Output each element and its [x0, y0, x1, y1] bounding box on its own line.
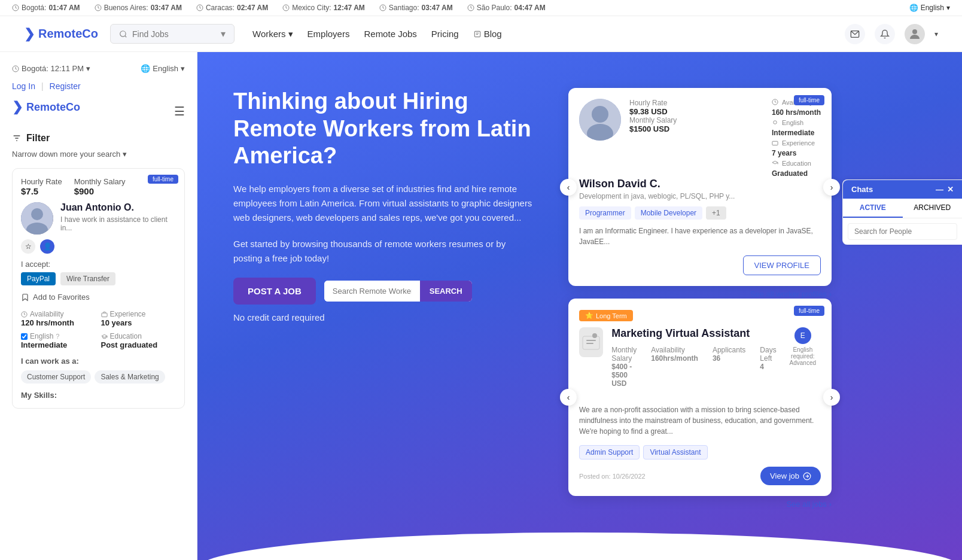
profile-monthly-label: Monthly Salary [629, 116, 677, 124]
topbar-language[interactable]: 🌐 English ▾ [909, 4, 950, 12]
hero-search-button[interactable]: SEARCH [420, 281, 472, 302]
view-job-button[interactable]: View job [760, 467, 821, 485]
city-mexico: Mexico City: 12:47 AM [282, 4, 365, 12]
worker-profile-card: full-time [568, 88, 832, 286]
hamburger-menu[interactable]: ☰ [174, 104, 185, 118]
profile-exp-label: Experience [782, 139, 815, 147]
chat-tabs: ACTIVE ARCHIVED [843, 199, 962, 218]
svg-rect-30 [586, 343, 593, 344]
nav-links: Workers ▾ Employers Remote Jobs Pricing … [252, 29, 502, 39]
chat-close-button[interactable]: ✕ [947, 185, 954, 194]
job-footer: Posted on: 10/26/2022 View job [579, 467, 821, 485]
svg-point-23 [592, 106, 608, 123]
availability-meta: Availability 120 hrs/month [21, 310, 96, 327]
job-tags: Admin Support Virtual Assistant [579, 445, 821, 459]
main-layout: Bogotá: 12:11 PM ▾ 🌐 English ▾ Log In | … [0, 52, 962, 560]
profile-card-prev[interactable]: ‹ [560, 179, 577, 196]
svg-point-26 [774, 121, 777, 124]
worker-meta: Availability 120 hrs/month Experience 10… [21, 310, 176, 349]
profile-info: Hourly Rate $9.38 USD Monthly Salary $15… [629, 99, 763, 178]
profile-exp-value: 7 years [772, 149, 821, 157]
add-favorites-label: Add to Favorites [33, 293, 90, 302]
sidebar-login[interactable]: Log In [12, 81, 35, 91]
city-bogota: Bogotá: 01:47 AM [12, 4, 80, 12]
nav-logo[interactable]: ❯ RemoteCo [24, 26, 98, 42]
see-all-jobs-label: See all jobs [786, 500, 826, 509]
availability-label: Availability [21, 310, 96, 318]
worker-icon-2: 👤 [40, 239, 54, 254]
sidebar-logo[interactable]: ❯ RemoteCo [12, 99, 80, 115]
profile-card-next[interactable]: › [823, 179, 840, 196]
chat-tab-active[interactable]: ACTIVE [843, 199, 903, 218]
chat-header: Chats — ✕ [843, 180, 962, 199]
worker-name: Juan Antonio O. [60, 202, 176, 213]
job-card-top: Marketing Virtual Assistant Monthly Sala… [579, 327, 821, 396]
job-avail-value: 160hrs/month [651, 354, 698, 363]
availability-value: 120 hrs/month [21, 318, 96, 327]
sidebar-language[interactable]: 🌐 English ▾ [141, 64, 185, 73]
nav-employers[interactable]: Employers [308, 29, 350, 39]
sidebar-time-chevron: ▾ [86, 64, 90, 73]
see-all-profiles[interactable]: See all worker profiles › [568, 290, 832, 299]
see-all-profiles-label: See all worker profiles [750, 290, 827, 299]
worker-hourly-rate: Hourly Rate $7.5 [21, 177, 62, 196]
nav-search-bar[interactable]: ▾ [110, 24, 235, 44]
sidebar-register[interactable]: Register [50, 81, 81, 91]
english-meta: English ? Intermediate [21, 332, 96, 349]
payment-tags: PayPal Wire Transfer [21, 272, 176, 285]
work-roles: Customer Support Sales & Marketing [21, 370, 176, 384]
job-days-label: Days Left [760, 346, 776, 363]
job-icon [579, 327, 603, 357]
user-avatar[interactable] [905, 24, 925, 44]
job-card-prev[interactable]: ‹ [560, 389, 577, 406]
nav-pricing[interactable]: Pricing [431, 29, 459, 39]
worker-hourly-label: Hourly Rate [21, 177, 62, 186]
sidebar-time-value: Bogotá: 12:11 PM [22, 64, 84, 73]
job-card-next[interactable]: › [823, 389, 840, 406]
long-term-label: Long Term [596, 312, 627, 319]
worker-avatar [21, 202, 53, 235]
nav-workers[interactable]: Workers ▾ [252, 29, 293, 39]
hero-title: Thinking about Hiring Remote Workers fro… [233, 88, 532, 170]
bookmark-icon [21, 293, 29, 302]
see-all-jobs-arrow: › [829, 500, 832, 509]
sidebar-lang-chevron: ▾ [181, 64, 185, 73]
nav-search-input[interactable] [132, 29, 216, 39]
profile-hourly-rate: Hourly Rate $9.38 USD Monthly Salary $15… [629, 99, 677, 133]
sidebar-language-label: English [153, 64, 178, 73]
experience-label: Experience [101, 310, 176, 318]
chat-tab-archived[interactable]: ARCHIVED [903, 199, 963, 218]
job-card: full-time ⭐ Long Term Marketing Virtual … [568, 299, 832, 496]
chat-search-input[interactable] [848, 223, 957, 240]
filter-icon [12, 133, 22, 143]
view-profile-button[interactable]: VIEW PROFILE [743, 255, 821, 275]
worker-salary-value: $900 [74, 186, 126, 196]
city-buenos-aires: Buenos Aires: 03:47 AM [95, 4, 182, 12]
profile-name: Wilson David C. [579, 178, 821, 190]
chat-minimize-button[interactable]: — [936, 185, 943, 194]
job-posted-date: Posted on: 10/26/2022 [579, 473, 646, 480]
mail-icon-button[interactable] [845, 24, 865, 44]
notification-bell-button[interactable] [875, 24, 895, 44]
sidebar-logo-icon: ❯ [12, 99, 23, 115]
nav-remote-jobs[interactable]: Remote Jobs [364, 29, 416, 39]
profile-bio: I am an Informatic Engineer. I have expe… [579, 226, 821, 247]
profile-role: Development in java, weblogic, PL/SQL, P… [579, 192, 821, 200]
see-all-jobs[interactable]: See all jobs › [568, 500, 832, 509]
nav-right: ▾ [845, 24, 938, 44]
long-term-badge: ⭐ Long Term [579, 310, 633, 321]
job-applicants-label: Applicants [713, 346, 745, 354]
wire-transfer-tag: Wire Transfer [60, 272, 115, 285]
user-menu-chevron[interactable]: ▾ [934, 30, 938, 38]
job-applicants-value: 36 [713, 354, 720, 363]
english-checkbox[interactable] [21, 333, 28, 340]
hero-search-input[interactable] [324, 281, 420, 302]
profile-hourly-label: Hourly Rate [629, 99, 667, 107]
filter-narrow[interactable]: Narrow down more your search ▾ [12, 150, 185, 159]
profile-avail-value: 160 hrs/month [772, 108, 821, 117]
svg-point-31 [592, 333, 597, 338]
logo-icon: ❯ [24, 26, 35, 42]
post-a-job-button[interactable]: POST A JOB [233, 278, 316, 305]
nav-blog[interactable]: Blog [473, 29, 502, 39]
add-favorites[interactable]: Add to Favorites [21, 293, 176, 302]
